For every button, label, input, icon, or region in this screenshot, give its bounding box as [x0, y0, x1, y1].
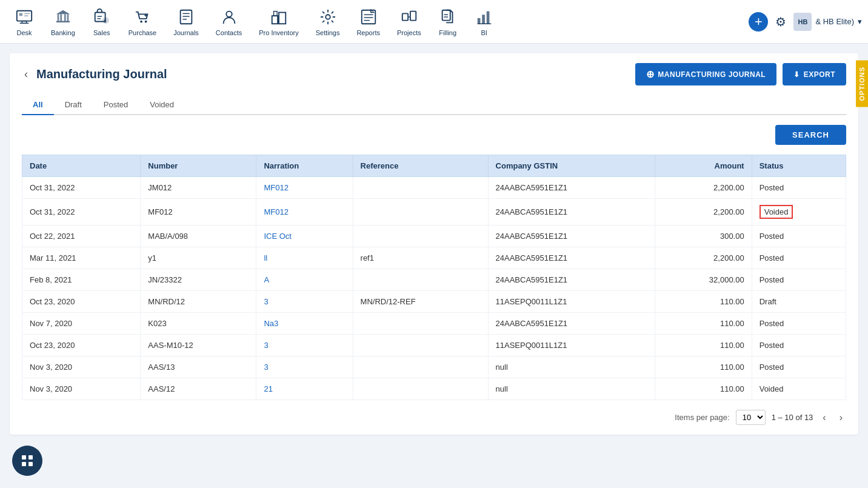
table-cell: [353, 356, 488, 378]
search-button[interactable]: SEARCH: [775, 125, 846, 145]
narration-link[interactable]: ICE Oct: [264, 232, 292, 241]
svg-rect-45: [28, 462, 33, 466]
tabs: All Draft Posted Voided: [22, 95, 846, 115]
table-row: Mar 11, 2021y1llref124AABCA5951E1Z12,200…: [22, 247, 846, 269]
table-cell: 24AABCA5951E1Z1: [488, 247, 655, 269]
table-cell: MAB/A/098: [141, 226, 256, 247]
narration-link[interactable]: 3: [264, 297, 268, 306]
table-cell: [353, 378, 488, 400]
table-cell[interactable]: A: [256, 269, 353, 291]
table-cell: null: [488, 378, 655, 400]
narration-link[interactable]: MF012: [264, 207, 288, 216]
per-page-select[interactable]: 10 25 50: [736, 410, 766, 425]
svg-rect-5: [24, 15, 28, 16]
nav-items: Desk Banking: [6, 0, 749, 44]
table-cell: Posted: [752, 313, 846, 335]
svg-rect-11: [56, 21, 70, 22]
options-ribbon[interactable]: OPTIONS: [856, 61, 868, 107]
col-status: Status: [752, 155, 846, 177]
top-nav: Desk Banking: [0, 0, 868, 44]
table-cell: Oct 23, 2020: [22, 291, 141, 313]
table-cell: 2,200.00: [655, 247, 752, 269]
export-button[interactable]: ⬇ EXPORT: [783, 63, 846, 85]
table-cell: [353, 269, 488, 291]
table-cell[interactable]: ll: [256, 247, 353, 269]
nav-item-projects[interactable]: Projects: [389, 0, 430, 44]
table-cell[interactable]: 3: [256, 356, 353, 378]
table-cell[interactable]: MF012: [256, 177, 353, 199]
narration-link[interactable]: MF012: [264, 183, 288, 192]
pagination-next-button[interactable]: ›: [836, 411, 846, 424]
svg-point-27: [326, 15, 330, 19]
user-menu[interactable]: HB & HB Elite) ▾: [793, 13, 862, 31]
table-cell[interactable]: MF012: [256, 199, 353, 226]
nav-label-bi: BI: [481, 29, 487, 36]
nav-item-pro-inventory[interactable]: Pro Inventory: [250, 0, 307, 44]
narration-link[interactable]: 3: [264, 363, 268, 372]
nav-label-purchase: Purchase: [129, 29, 156, 36]
table-cell: 11ASEPQ0011L1Z1: [488, 291, 655, 313]
table-cell: JN/23322: [141, 269, 256, 291]
table-cell: AAS/12: [141, 378, 256, 400]
manufacturing-journal-button[interactable]: ⊕ MANUFACTURING JOURNAL: [635, 63, 776, 85]
reports-icon: [359, 7, 378, 27]
nav-label-settings: Settings: [316, 29, 340, 36]
tab-draft[interactable]: Draft: [54, 95, 93, 115]
nav-item-purchase[interactable]: Purchase: [120, 0, 165, 44]
table-cell: 300.00: [655, 226, 752, 247]
narration-link[interactable]: Na3: [264, 319, 278, 328]
table-cell[interactable]: 21: [256, 378, 353, 400]
voided-highlight: Voided: [760, 205, 793, 219]
bi-icon: [475, 7, 494, 27]
narration-link[interactable]: ll: [264, 253, 267, 262]
data-table: Date Number Narration Reference Company …: [22, 155, 846, 400]
settings-icon: [318, 7, 338, 27]
table-cell[interactable]: ICE Oct: [256, 226, 353, 247]
col-amount: Amount: [655, 155, 752, 177]
tab-posted[interactable]: Posted: [93, 95, 139, 115]
table-cell: Voided: [752, 199, 846, 226]
tab-voided[interactable]: Voided: [139, 95, 185, 115]
table-row: Nov 7, 2020K023Na324AABCA5951E1Z1110.00P…: [22, 313, 846, 335]
banking-icon: [53, 7, 73, 27]
table-cell: [353, 177, 488, 199]
narration-link[interactable]: 3: [264, 341, 268, 350]
table-cell: Posted: [752, 335, 846, 356]
svg-rect-32: [402, 13, 408, 20]
svg-rect-19: [181, 10, 192, 24]
nav-item-reports[interactable]: Reports: [348, 0, 389, 44]
add-button[interactable]: +: [749, 12, 768, 32]
user-avatar: HB: [793, 13, 812, 31]
gear-button[interactable]: ⚙: [775, 15, 786, 29]
pagination-prev-button[interactable]: ‹: [819, 411, 829, 424]
nav-item-banking[interactable]: Banking: [42, 0, 84, 44]
nav-item-settings[interactable]: Settings: [307, 0, 349, 44]
svg-marker-6: [56, 10, 70, 14]
table-row: Oct 23, 2020MN/RD/123MN/RD/12-REF11ASEPQ…: [22, 291, 846, 313]
table-cell[interactable]: 3: [256, 335, 353, 356]
table-cell: y1: [141, 247, 256, 269]
nav-item-desk[interactable]: Desk: [6, 0, 42, 44]
nav-item-bi[interactable]: BI: [466, 0, 502, 44]
nav-label-sales: Sales: [93, 29, 110, 36]
svg-rect-8: [60, 14, 62, 21]
back-button[interactable]: ‹: [22, 65, 30, 83]
nav-item-journals[interactable]: Journals: [165, 0, 207, 44]
tab-all[interactable]: All: [22, 95, 54, 115]
narration-link[interactable]: A: [264, 275, 269, 284]
bottom-circle-button[interactable]: [12, 446, 42, 476]
page-header: ‹ Manufacturing Journal ⊕ MANUFACTURING …: [22, 63, 846, 85]
page-header-left: ‹ Manufacturing Journal: [22, 65, 167, 83]
nav-item-contacts[interactable]: Contacts: [207, 0, 250, 44]
table-cell[interactable]: Na3: [256, 313, 353, 335]
plus-circle-icon: ⊕: [646, 69, 655, 80]
narration-link[interactable]: 21: [264, 384, 272, 393]
user-label: & HB Elite): [815, 17, 854, 26]
svg-text:$: $: [104, 19, 107, 24]
table-cell[interactable]: 3: [256, 291, 353, 313]
table-cell: 32,000.00: [655, 269, 752, 291]
nav-item-sales[interactable]: $ Sales: [84, 0, 120, 44]
sales-icon: $: [92, 7, 112, 27]
svg-point-23: [226, 11, 232, 16]
nav-item-filling[interactable]: Filling: [430, 0, 466, 44]
